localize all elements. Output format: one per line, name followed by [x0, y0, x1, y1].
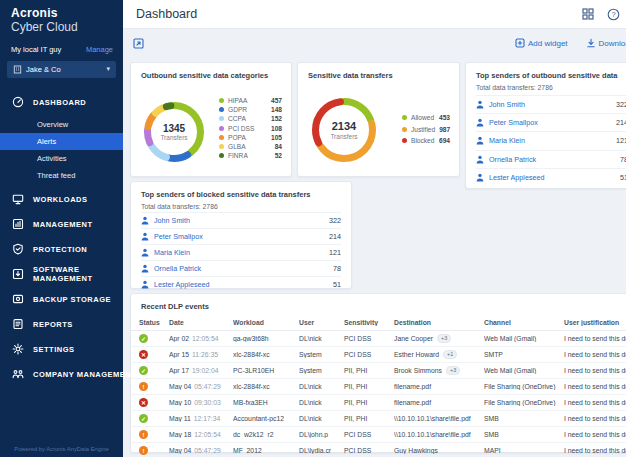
edit-layout-button[interactable] [133, 38, 144, 49]
sidebar-item-management[interactable]: MANAGEMENT [0, 212, 123, 237]
legend-dot [219, 107, 224, 112]
workload-cell: MF_2012_ [233, 447, 299, 454]
download-label: Download [599, 39, 626, 48]
user-cell: DL\nick [299, 399, 344, 406]
sender-row-john-smith[interactable]: John Smith322 [476, 95, 626, 113]
brand-logo: Acronis Cyber Cloud [0, 0, 123, 35]
sidebar-item-overview[interactable]: Overview [0, 116, 123, 133]
sender-value: 51 [333, 280, 341, 289]
legend-value: 987 [439, 126, 450, 133]
destination-cell: Jane Cooper+3 [394, 334, 484, 343]
sender-row-maria-klein[interactable]: Maria Klein121 [476, 131, 626, 149]
account-row: My local IT guy Manage [0, 35, 123, 54]
person-icon [476, 118, 484, 127]
sidebar-item-workloads[interactable]: WORKLOADS [0, 187, 123, 212]
time-value: 12:17:34 [194, 415, 220, 422]
settings-icon [12, 343, 24, 355]
time-value: 11:26:35 [192, 351, 218, 358]
destination-cell: Guy Hawkings [394, 447, 484, 454]
company-selector[interactable]: Jake & Co ▾ [7, 61, 116, 78]
status-cell: ! [139, 430, 169, 439]
sender-row-peter-smallpox[interactable]: Peter Smallpox214 [476, 113, 626, 131]
sidebar: Acronis Cyber Cloud My local IT guy Mana… [0, 0, 123, 457]
sidebar-item-threat-feed[interactable]: Threat feed [0, 167, 123, 184]
date-value: May 10 [169, 399, 191, 406]
add-widget-button[interactable]: Add widget [515, 38, 568, 48]
person-icon [476, 155, 484, 164]
download-button[interactable]: Download [586, 38, 626, 48]
person-icon [141, 248, 149, 257]
sender-row-ornella-patrick[interactable]: Ornella Patrick78 [141, 260, 341, 276]
status-cell: ✕ [139, 398, 169, 407]
destination-value: Brook Simmons [394, 367, 442, 374]
sender-row-ornella-patrick[interactable]: Ornella Patrick78 [476, 150, 626, 168]
manage-link[interactable]: Manage [86, 45, 113, 54]
channel-cell: SMB [484, 415, 564, 422]
sidebar-item-alerts[interactable]: Alerts [0, 133, 123, 150]
date-value: May 11 [169, 415, 191, 422]
sidebar-item-settings[interactable]: SETTINGS [0, 337, 123, 362]
recipients-badge: +3 [437, 334, 451, 343]
sender-value: 78 [620, 155, 626, 164]
sidebar-item-protection[interactable]: PROTECTION [0, 237, 123, 262]
sidebar-item-reports[interactable]: REPORTS [0, 312, 123, 337]
sidebar-item-software-management[interactable]: SOFTWARE MANAGEMENT [0, 262, 123, 287]
sensitivity-cell: PII, PHI [344, 383, 394, 390]
sidebar-item-backup-storage[interactable]: BACKUP STORAGE [0, 287, 123, 312]
person-icon [476, 100, 484, 109]
destination-value: Guy Hawkings [394, 447, 438, 454]
sender-value: 51 [620, 173, 626, 182]
status-cell: ! [139, 446, 169, 455]
sender-list: John Smith322Peter Smallpox214Maria Klei… [466, 95, 626, 186]
table-row[interactable]: ✕Apr 1511:26:35xlc-2884f-xcSystemPCI DSS… [131, 347, 626, 363]
time-value: 05:47:29 [194, 383, 220, 390]
table-row[interactable]: ✕May 1009:30:03MB-fxa3EHDL\nickPII, PHIf… [131, 395, 626, 411]
sender-row-john-smith[interactable]: John Smith322 [141, 212, 341, 228]
date-cell: Apr 1719:02:04 [169, 367, 233, 374]
sidebar-item-company-management[interactable]: COMPANY MANAGEMENT [0, 362, 123, 387]
donut-total: 2134 [332, 120, 356, 132]
table-row[interactable]: !May 0405:47:29MF_2012_DL\lydia.crPCI DS… [131, 443, 626, 457]
add-widget-label: Add widget [528, 39, 568, 48]
sidebar-item-activities[interactable]: Activities [0, 150, 123, 167]
help-icon[interactable]: ? [607, 8, 620, 21]
apps-grid-icon[interactable] [582, 8, 594, 20]
column-header-workload: Workload [233, 319, 299, 326]
table-row[interactable]: !May 1812:05:54dc_w2k12_r2DL\john.pPCI D… [131, 427, 626, 443]
legend-item-finra: FINRA52 [219, 151, 282, 160]
table-row[interactable]: !May 0405:47:29xlc-2884f-xcDL\nickPII, P… [131, 379, 626, 395]
table-row[interactable]: ✓Apr 1719:02:04PC-3LR10EHSystemPII, PHIB… [131, 363, 626, 379]
date-value: May 18 [169, 431, 191, 438]
status-justified-icon: ! [139, 430, 148, 439]
legend-label: GDPR [228, 106, 247, 113]
column-header-user-justification: User justification [564, 319, 626, 326]
sender-name: Ornella Patrick [154, 264, 201, 273]
legend-dot [219, 144, 224, 149]
sender-row-lester-appleseed[interactable]: Lester Appleseed51 [476, 168, 626, 186]
workload-cell: Accountant-pc12 [233, 415, 299, 422]
table-row[interactable]: ✓May 1112:17:34Accountant-pc12DL\nickPII… [131, 411, 626, 427]
sender-row-peter-smallpox[interactable]: Peter Smallpox214 [141, 228, 341, 244]
destination-cell: \\10.10.10.1\share\file.pdf [394, 431, 484, 438]
destination-value: Jane Cooper [394, 335, 433, 342]
sender-value: 121 [616, 136, 626, 145]
legend-label: GLBA [228, 143, 246, 150]
legend-label: FINRA [228, 152, 248, 159]
table-row[interactable]: ✓Apr 0212:05:54qa-gw3t68hDL\nickPCI DSSJ… [131, 331, 626, 347]
transfers-donut: 2134 Transfers [311, 97, 377, 163]
time-value: 09:30:03 [194, 399, 220, 406]
legend-label: Justified [411, 126, 435, 133]
date-cell: Apr 1511:26:35 [169, 351, 233, 358]
legend-value: 148 [271, 106, 282, 113]
justification-cell: I need to send this do [564, 399, 626, 406]
channel-cell: Web Mail (Gmail) [484, 335, 564, 342]
sender-row-lester-appleseed[interactable]: Lester Appleseed51 [141, 276, 341, 292]
destination-cell: filename.pdf [394, 383, 484, 390]
workload-cell: xlc-2884f-xc [233, 383, 299, 390]
main-area: Dashboard ? Add widget Download Send [123, 0, 626, 457]
sender-row-maria-klein[interactable]: Maria Klein121 [141, 244, 341, 260]
sidebar-item-dashboard[interactable]: DASHBOARD [0, 90, 123, 115]
status-cell: ✓ [139, 366, 169, 375]
legend-item-allowed: Allowed453 [402, 112, 450, 124]
date-cell: May 1812:05:54 [169, 431, 233, 438]
